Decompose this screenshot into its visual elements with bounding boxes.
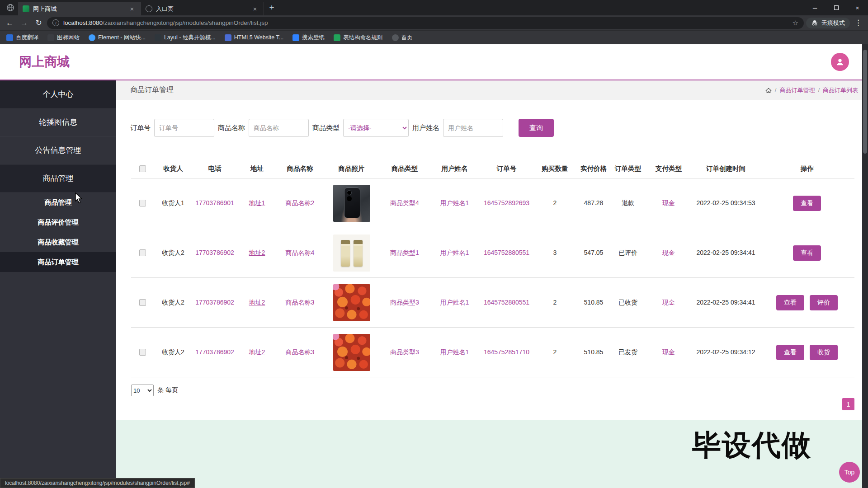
minimize-button[interactable]: ─: [804, 0, 826, 15]
bookmark-favicon: [392, 34, 399, 41]
order-no-label: 订单号: [130, 124, 151, 132]
tab-close-icon[interactable]: ×: [128, 5, 136, 13]
tab-favicon: [23, 5, 29, 12]
browser-tab-2[interactable]: 入口页 ×: [141, 2, 264, 15]
bookmark-item[interactable]: HTML5 Website T...: [225, 34, 283, 41]
pay-type-cell: 现金: [645, 249, 692, 257]
order-no-input[interactable]: [154, 119, 214, 137]
phone-cell: 17703786902: [192, 298, 237, 306]
address-cell: 地址2: [237, 298, 277, 306]
browser-tab-1[interactable]: 网上商城 ×: [18, 2, 141, 15]
per-page-label: 条 每页: [157, 386, 178, 394]
sidebar-item-personal-center[interactable]: 个人中心: [0, 80, 116, 108]
menu-kebab-icon[interactable]: ⋮: [852, 17, 864, 29]
product-name-cell: 商品名称2: [277, 199, 323, 207]
address-bar[interactable]: i localhost:8080/zaixianshangchengxitong…: [47, 17, 804, 29]
sidebar-subitem-product-reviews[interactable]: 商品评价管理: [0, 212, 116, 232]
page-size-select[interactable]: 10: [131, 385, 154, 396]
product-type-select[interactable]: -请选择-: [343, 119, 409, 137]
select-all-checkbox[interactable]: [139, 165, 146, 172]
page-number-button[interactable]: 1: [842, 398, 854, 410]
sidebar-item-carousel[interactable]: 轮播图信息: [0, 108, 116, 136]
product-photo: [333, 334, 370, 371]
evaluate-button[interactable]: 评价: [810, 295, 838, 310]
page-title-bar: 商品订单管理 / 商品订单管理 / 商品订单列表: [116, 80, 868, 100]
site-logo[interactable]: 网上商城: [19, 53, 70, 70]
bookmark-favicon: [89, 34, 95, 41]
bookmark-item[interactable]: 首页: [392, 34, 413, 42]
receive-button[interactable]: 收货: [810, 345, 838, 360]
back-to-top-button[interactable]: Top: [839, 462, 860, 483]
column-header: 实付价格: [576, 164, 611, 173]
forward-button[interactable]: →: [18, 17, 30, 29]
bookmark-favicon: [6, 34, 13, 41]
product-type-cell: 商品类型4: [380, 199, 429, 207]
new-tab-button[interactable]: +: [266, 2, 278, 14]
phone-cell: 17703786902: [192, 348, 237, 356]
browser-logo-icon: [6, 4, 14, 12]
table-header-row: 收货人 电话 地址 商品名称 商品照片 商品类型 用户姓名 订单号 购买数量 实…: [131, 160, 854, 178]
sidebar-item-product-management[interactable]: 商品管理: [0, 164, 116, 192]
price-cell: 487.28: [576, 199, 611, 207]
browser-toolbar: ← → ↻ i localhost:8080/zaixianshangcheng…: [0, 15, 868, 30]
created-time-cell: 2022-02-25 09:34:41: [692, 249, 760, 257]
pay-type-cell: 现金: [645, 348, 692, 356]
view-button[interactable]: 查看: [793, 196, 821, 211]
product-photo: [333, 235, 370, 272]
tab-title: 入口页: [156, 5, 247, 13]
breadcrumb-link[interactable]: 商品订单管理: [779, 86, 815, 94]
bookmark-item[interactable]: 搜索壁纸: [292, 34, 325, 42]
sidebar-subitem-products[interactable]: 商品管理: [0, 192, 116, 212]
maximize-button[interactable]: [826, 0, 847, 15]
row-checkbox[interactable]: [139, 299, 146, 306]
page-scrollbar[interactable]: [862, 44, 868, 488]
back-button[interactable]: ←: [4, 17, 16, 29]
pay-type-cell: 现金: [645, 199, 692, 207]
column-header: 购买数量: [533, 164, 576, 173]
tab-close-icon[interactable]: ×: [251, 5, 259, 13]
column-header: 订单类型: [611, 164, 645, 173]
row-checkbox[interactable]: [139, 200, 146, 206]
sidebar-subitem-product-favorites[interactable]: 商品收藏管理: [0, 232, 116, 252]
table-row: 收货人2 17703786902 地址2 商品名称4 商品类型1 用户姓名1 1…: [131, 228, 854, 278]
tab-favicon: [146, 5, 152, 12]
pay-type-cell: 现金: [645, 298, 692, 306]
search-button[interactable]: 查询: [519, 119, 554, 137]
sidebar-item-announcement[interactable]: 公告信息管理: [0, 136, 116, 164]
view-button[interactable]: 查看: [793, 245, 821, 261]
user-name-input[interactable]: [443, 119, 503, 137]
product-type-cell: 商品类型1: [380, 249, 429, 257]
window-close-button[interactable]: ×: [847, 0, 868, 15]
user-name-cell: 用户姓名1: [429, 348, 480, 356]
row-checkbox[interactable]: [139, 349, 146, 356]
user-name-cell: 用户姓名1: [429, 249, 480, 257]
order-no-cell: 1645752851710: [480, 348, 533, 356]
bookmark-favicon: [225, 34, 231, 41]
bookmark-item[interactable]: 表结构命名规则: [334, 34, 383, 42]
bookmark-favicon: [334, 34, 340, 41]
user-avatar[interactable]: [831, 53, 849, 71]
incognito-badge: 无痕模式: [806, 18, 850, 28]
row-checkbox[interactable]: [139, 249, 146, 256]
quantity-cell: 3: [533, 249, 576, 257]
page-info-icon[interactable]: i: [52, 19, 59, 26]
receiver-cell: 收货人2: [154, 249, 192, 257]
bookmark-item[interactable]: Element - 网站快...: [89, 34, 146, 42]
product-name-input[interactable]: [249, 119, 309, 137]
bookmark-item[interactable]: 百度翻译: [6, 34, 38, 42]
sidebar-subitem-product-orders[interactable]: 商品订单管理: [0, 252, 116, 272]
address-cell: 地址2: [237, 249, 277, 257]
table-row: 收货人2 17703786902 地址2 商品名称3 商品类型3 用户姓名1 1…: [131, 278, 854, 328]
breadcrumb-current: 商品订单列表: [823, 86, 858, 94]
incognito-label: 无痕模式: [821, 19, 845, 27]
reload-button[interactable]: ↻: [33, 17, 45, 29]
home-icon: [765, 87, 772, 94]
bookmark-item[interactable]: 图标网站: [47, 34, 80, 42]
view-button[interactable]: 查看: [776, 295, 804, 310]
bookmark-item[interactable]: Layui - 经典开源模...: [155, 34, 216, 42]
price-cell: 510.85: [576, 348, 611, 356]
scrollbar-thumb[interactable]: [863, 50, 867, 154]
product-photo: [333, 284, 370, 321]
bookmark-star-icon[interactable]: ☆: [793, 19, 798, 27]
view-button[interactable]: 查看: [776, 345, 804, 360]
